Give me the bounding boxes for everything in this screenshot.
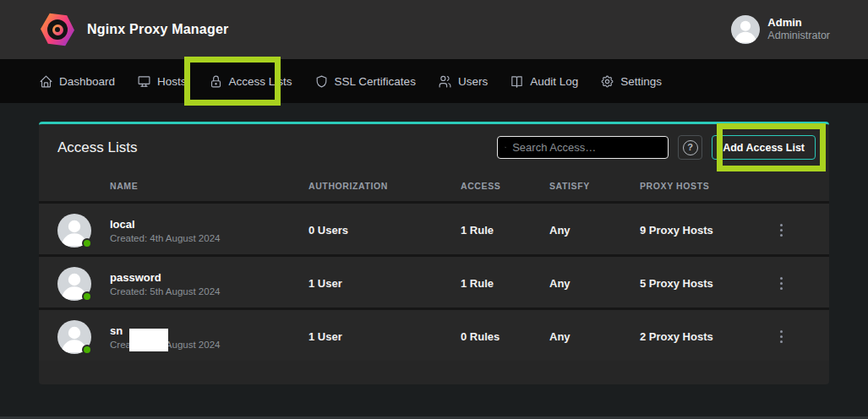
gear-icon: [600, 74, 614, 89]
nav-label: Users: [458, 75, 488, 88]
nav-item-settings[interactable]: Settings: [600, 74, 662, 89]
table-row[interactable]: password Created: 5th August 2024 1 User…: [39, 254, 829, 307]
user-name: Admin: [767, 16, 830, 30]
nav-item-users[interactable]: Users: [438, 74, 488, 89]
nav-item-hosts[interactable]: Hosts: [137, 74, 187, 89]
book-icon: [510, 74, 524, 89]
shield-icon: [314, 74, 329, 89]
online-status-dot: [82, 238, 92, 248]
nav-label: SSL Certificates: [335, 75, 416, 88]
table-header: NAME AUTHORIZATION ACCESS SATISFY PROXY …: [39, 171, 829, 201]
access-value: 1 Rule: [461, 224, 549, 237]
nav-label: Audit Log: [530, 75, 578, 88]
user-role: Administrator: [767, 30, 830, 43]
access-lists-panel: Access Lists ? Add Access List NAME AUTH…: [39, 122, 829, 384]
proxy-hosts-value: 5 Proxy Hosts: [640, 277, 767, 290]
access-list-name: password: [110, 271, 308, 284]
monitor-icon: [137, 74, 151, 89]
add-access-list-button[interactable]: Add Access List: [712, 135, 816, 160]
access-list-name: local: [110, 218, 308, 231]
kebab-menu-icon[interactable]: [773, 257, 789, 310]
help-icon: ?: [683, 140, 698, 155]
proxy-hosts-value: 9 Proxy Hosts: [640, 224, 767, 237]
help-button[interactable]: ?: [678, 135, 702, 160]
authorization-value: 1 User: [308, 330, 461, 343]
online-status-dot: [82, 345, 92, 355]
content-area: Access Lists ? Add Access List NAME AUTH…: [0, 103, 868, 419]
kebab-menu-icon[interactable]: [773, 204, 789, 257]
authorization-value: 1 User: [308, 277, 461, 290]
col-header-name: NAME: [110, 181, 308, 191]
npm-logo: [41, 13, 74, 46]
panel-header: Access Lists ? Add Access List: [39, 124, 829, 171]
kebab-menu-icon[interactable]: [773, 310, 789, 363]
satisfy-value: Any: [549, 224, 640, 237]
proxy-hosts-value: 2 Proxy Hosts: [640, 330, 767, 343]
app-title: Nginx Proxy Manager: [87, 22, 228, 37]
nav-label: Hosts: [157, 75, 187, 88]
redaction-box: [129, 329, 168, 351]
home-icon: [39, 74, 53, 89]
top-bar: Nginx Proxy Manager Admin Administrator: [0, 0, 868, 59]
table-row[interactable]: sn Created: 5th August 2024 1 User 0 Rul…: [39, 307, 829, 361]
users-icon: [438, 74, 452, 89]
nav-label: Dashboard: [59, 75, 115, 88]
col-header-authorization: AUTHORIZATION: [308, 181, 461, 191]
nav-item-audit-log[interactable]: Audit Log: [510, 74, 578, 89]
satisfy-value: Any: [549, 277, 640, 290]
authorization-value: 0 Users: [308, 224, 461, 237]
access-value: 1 Rule: [461, 277, 549, 290]
access-list-created: Created: 5th August 2024: [110, 286, 308, 297]
lock-icon: [209, 74, 223, 89]
nav-label: Access Lists: [229, 75, 292, 88]
col-header-proxy-hosts: PROXY HOSTS: [640, 181, 767, 191]
col-header-access: ACCESS: [461, 181, 549, 191]
nav-item-ssl-certificates[interactable]: SSL Certificates: [314, 74, 416, 89]
main-nav: Dashboard Hosts Access Lists SSL Certifi…: [0, 59, 868, 103]
access-value: 0 Rules: [461, 330, 549, 343]
npm-logo-dot: [52, 24, 63, 35]
nav-label: Settings: [620, 75, 662, 88]
col-header-satisfy: SATISFY: [549, 181, 640, 191]
nav-item-dashboard[interactable]: Dashboard: [39, 74, 115, 89]
panel-title: Access Lists: [57, 139, 137, 156]
search-box: [497, 136, 669, 159]
table-row[interactable]: local Created: 4th August 2024 0 Users 1…: [39, 201, 829, 254]
npm-logo-ring: [47, 19, 68, 40]
user-avatar-icon: [731, 15, 760, 44]
access-list-created: Created: 4th August 2024: [110, 233, 308, 243]
online-status-dot: [82, 291, 92, 302]
user-menu[interactable]: Admin Administrator: [731, 15, 830, 44]
satisfy-value: Any: [549, 330, 640, 343]
search-icon: [505, 141, 506, 154]
nav-item-access-lists[interactable]: Access Lists: [209, 74, 292, 89]
search-input[interactable]: [512, 141, 661, 154]
